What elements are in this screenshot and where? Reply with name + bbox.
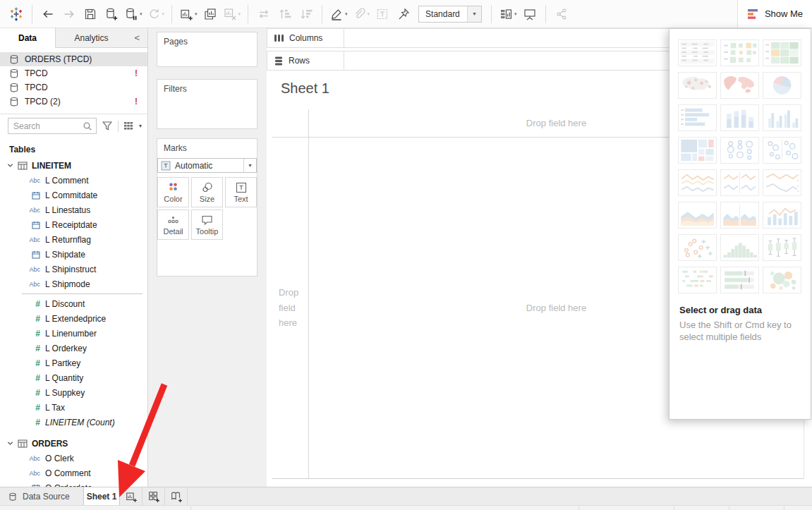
field-item[interactable]: #L Orderkey [0,341,147,356]
marks-button-text[interactable]: Text [225,177,257,207]
pages-shelf[interactable]: Pages [157,32,257,67]
save-button[interactable] [82,5,99,23]
field-item[interactable]: #L Quantity [0,370,147,385]
showme-bullet-graph[interactable] [720,267,759,293]
showme-discrete-area[interactable] [720,202,759,229]
field-item[interactable]: AbcO Comment [0,466,147,480]
showme-continuous-lines[interactable] [678,169,717,196]
field-item[interactable]: #LINEITEM (Count) [0,415,147,430]
showme-circle-views[interactable] [720,137,759,164]
field-item[interactable]: #L Linenumber [0,326,147,341]
showme-treemap[interactable] [678,137,717,164]
table-group-header[interactable]: LINEITEM [0,158,147,173]
share-workbook-button[interactable] [553,5,570,23]
new-story-tab-button[interactable] [165,487,188,506]
showme-scatter-plot[interactable] [678,234,717,261]
pause-auto-updates-button[interactable]: ▾ [124,5,143,23]
marks-button-size[interactable]: Size [191,177,223,207]
filters-shelf[interactable]: Filters [157,79,257,129]
showme-heat-map[interactable] [720,40,759,66]
sheet-title[interactable]: Sheet 1 [281,80,329,97]
showme-histogram[interactable] [720,234,759,261]
duplicate-sheet-button[interactable] [202,5,219,23]
tableau-logo-button[interactable] [8,5,25,23]
field-item[interactable]: #L Discount [0,296,147,311]
field-item[interactable]: AbcL Shipinstruct [0,262,147,277]
drop-zone-rows-header[interactable]: Drop field here [272,138,308,478]
search-input[interactable] [8,121,83,131]
data-source-item[interactable]: TPCD [0,80,147,95]
clear-sheet-button[interactable]: ▾ [223,5,241,23]
show-me-button[interactable]: Show Me [737,0,812,28]
field-item[interactable]: AbcL Shipmode [0,277,147,291]
field-item[interactable]: AbcL Comment [0,173,147,188]
chevron-down-icon[interactable]: ▾ [139,123,142,129]
redo-button[interactable] [61,5,78,23]
marks-button-color[interactable]: Color [157,177,189,207]
table-group-header[interactable]: ORDERS [0,436,147,451]
show-mark-labels-button[interactable] [374,5,391,23]
showme-horizontal-bars[interactable] [678,104,717,131]
field-label: L Orderkey [45,344,87,353]
field-item[interactable]: AbcL Returnflag [0,232,147,247]
field-item[interactable]: #L Extendedprice [0,311,147,326]
mark-type-dropdown[interactable]: Automatic ▾ [157,158,257,173]
undo-button[interactable] [40,5,56,23]
sort-ascending-button[interactable] [277,5,293,23]
showme-continuous-area[interactable] [678,202,717,229]
showme-gantt[interactable] [678,267,717,293]
new-worksheet-tab-button[interactable] [120,487,143,506]
tab-data-source[interactable]: Data Source [0,487,83,506]
run-update-button[interactable]: ▾ [147,5,165,23]
filter-fields-icon[interactable] [100,121,114,131]
data-source-item[interactable]: TPCD! [0,66,147,80]
showme-stacked-bars[interactable] [720,104,759,131]
marks-button-detail[interactable]: Detail [157,210,189,240]
data-source-item[interactable]: TPCD (2)! [0,95,147,109]
highlight-button[interactable]: ▾ [329,5,348,23]
field-item[interactable]: AbcL Linestatus [0,202,147,217]
showme-filled-map[interactable] [720,72,759,99]
showme-packed-bubbles[interactable] [763,267,801,293]
show-hide-cards-button[interactable]: ▾ [499,5,517,23]
swap-rows-columns-button[interactable] [255,5,272,23]
database-icon [8,492,17,502]
showme-side-by-side-bars[interactable] [763,104,801,131]
sort-descending-button[interactable] [298,5,315,23]
showme-text-table[interactable] [678,40,717,66]
showme-pie-chart[interactable] [763,72,801,99]
view-options-icon[interactable] [122,121,135,130]
showme-symbol-map[interactable] [678,72,717,99]
new-worksheet-button[interactable]: ▾ [179,5,198,23]
tab-sheet-1[interactable]: Sheet 1 [83,487,120,506]
field-item[interactable]: #L Partkey [0,356,147,370]
field-item[interactable]: AbcO Clerk [0,451,147,466]
showme-box-and-whisker[interactable] [763,234,801,261]
fit-selector[interactable]: Standard▾ [418,6,482,23]
field-item[interactable]: #L Suppkey [0,385,147,400]
data-source-item[interactable]: ORDERS (TPCD) [0,52,147,66]
field-item[interactable]: L Commitdate [0,188,147,202]
collapse-pane-icon[interactable]: < [134,28,147,47]
group-members-button[interactable]: ▾ [352,5,370,23]
marks-button-tooltip[interactable]: Tooltip [191,210,223,240]
marks-button-label: Color [164,195,182,203]
new-dashboard-tab-button[interactable] [143,487,165,506]
presentation-mode-button[interactable] [521,5,538,23]
field-item[interactable]: L Receiptdate [0,217,147,232]
field-item[interactable]: #L Tax [0,400,147,415]
showme-dual-combination[interactable] [763,202,801,229]
field-label: L Suppkey [45,388,85,398]
showme-discrete-lines[interactable] [720,169,759,196]
showme-side-by-side-circles[interactable] [763,137,801,164]
fix-axes-button[interactable] [395,5,412,23]
dual-lines-icon [764,171,800,195]
field-item[interactable]: L Shipdate [0,247,147,262]
search-box[interactable] [8,118,97,134]
tab-analytics[interactable]: Analytics [56,28,127,47]
tab-data[interactable]: Data [0,28,56,48]
showme-highlight-table[interactable] [763,40,801,66]
showme-dual-lines[interactable] [763,169,801,196]
new-data-source-button[interactable] [103,5,120,23]
field-item[interactable]: O Orderdate [0,480,147,487]
